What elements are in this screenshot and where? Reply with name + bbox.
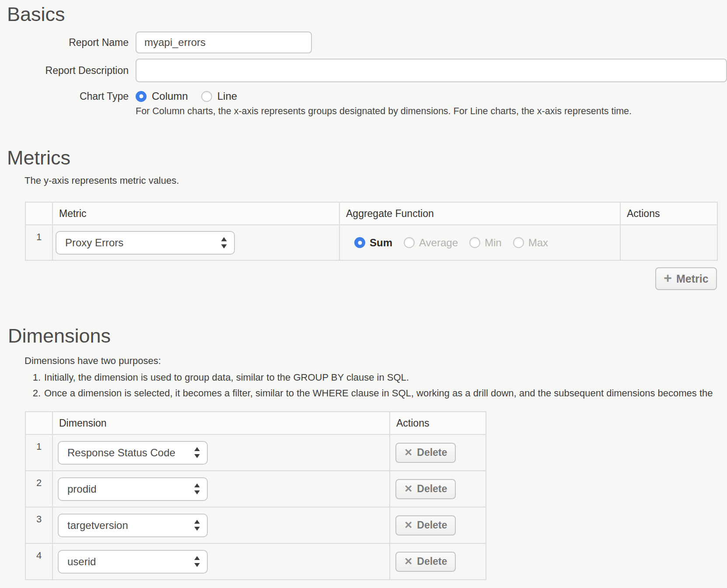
x-icon: ✕: [404, 519, 412, 531]
delete-dimension-button[interactable]: ✕ Delete: [395, 515, 456, 536]
metric-select[interactable]: Proxy Errors: [56, 231, 235, 255]
metrics-table-header-row: Metric Aggregate Function Actions: [25, 202, 717, 225]
dimension-select-value: userid: [67, 556, 96, 568]
delete-button-label: Delete: [417, 483, 447, 495]
dimension-select[interactable]: userid: [58, 550, 208, 574]
basics-heading: Basics: [7, 4, 727, 25]
radio-unchecked-icon[interactable]: [513, 237, 524, 248]
dimension-row: 1 Response Status Code ✕: [25, 434, 486, 471]
dimension-select-value: targetversion: [67, 519, 128, 532]
report-description-label: Report Description: [0, 65, 129, 77]
aggregate-option-min[interactable]: Min: [469, 237, 502, 249]
x-icon: ✕: [404, 483, 412, 495]
report-name-label: Report Name: [0, 37, 129, 49]
purpose-item-number: 2.: [27, 385, 41, 401]
dimensions-header-index: [25, 412, 52, 434]
add-metric-button[interactable]: + Metric: [655, 267, 717, 290]
metrics-header-actions: Actions: [620, 202, 717, 225]
purpose-item-text: Once a dimension is selected, it becomes…: [44, 385, 713, 401]
updown-arrows-icon: [194, 483, 200, 495]
report-description-row: Report Description: [0, 59, 727, 82]
dimension-row-index: 3: [25, 507, 52, 543]
radio-checked-icon[interactable]: [136, 91, 147, 102]
dimensions-header-dimension: Dimension: [52, 412, 390, 434]
metrics-header-aggregate: Aggregate Function: [339, 202, 620, 225]
dimension-select-value: Response Status Code: [67, 447, 175, 459]
radio-unchecked-icon[interactable]: [201, 91, 212, 102]
aggregate-option-sum[interactable]: Sum: [354, 237, 392, 249]
dimensions-description: Dimensions have two purposes:: [24, 355, 727, 367]
dimension-row-index: 2: [25, 471, 52, 507]
updown-arrows-icon: [194, 447, 200, 458]
dimension-select-value: prodid: [67, 483, 97, 495]
purpose-item-number: 1.: [27, 370, 41, 385]
updown-arrows-icon: [194, 519, 200, 531]
radio-unchecked-icon[interactable]: [469, 237, 480, 248]
aggregate-option-label: Sum: [370, 237, 392, 249]
chart-type-option-label: Line: [217, 90, 237, 102]
aggregate-option-label: Max: [528, 237, 548, 249]
radio-checked-icon[interactable]: [354, 237, 365, 248]
add-metric-button-label: Metric: [676, 273, 709, 285]
chart-type-help-text: For Column charts, the x-axis represents…: [136, 106, 632, 117]
chart-type-radio-group: Column Line: [136, 90, 250, 102]
dimension-row-index: 4: [25, 543, 52, 580]
aggregate-radio-group: Sum Average Min Max: [354, 237, 620, 249]
metrics-table-row: 1 Proxy Errors: [25, 225, 717, 260]
dimension-row-index: 1: [25, 434, 52, 471]
dimensions-table: Dimension Actions 1 Response Status Code: [25, 411, 486, 580]
updown-arrows-icon: [194, 556, 200, 567]
delete-button-label: Delete: [417, 519, 447, 531]
metrics-header-metric: Metric: [52, 202, 339, 225]
metric-select-value: Proxy Errors: [65, 237, 123, 249]
chart-type-label: Chart Type: [0, 91, 129, 102]
purpose-item-text: Initially, the dimension is used to grou…: [44, 370, 409, 385]
radio-unchecked-icon[interactable]: [404, 237, 415, 248]
report-name-input[interactable]: [136, 32, 312, 53]
purpose-item-1: 1. Initially, the dimension is used to g…: [27, 370, 727, 385]
dimension-purposes-list: 1. Initially, the dimension is used to g…: [27, 370, 727, 401]
x-icon: ✕: [404, 556, 412, 567]
chart-type-option-line[interactable]: Line: [201, 90, 237, 102]
metrics-table: Metric Aggregate Function Actions 1 Prox…: [25, 202, 718, 261]
report-name-row: Report Name: [0, 32, 727, 53]
add-metric-row: + Metric: [25, 267, 717, 290]
report-description-input[interactable]: [136, 59, 727, 82]
metric-row-index: 1: [25, 225, 52, 260]
dimension-select[interactable]: Response Status Code: [58, 441, 208, 465]
chart-type-row: Chart Type Column Line: [0, 88, 727, 105]
delete-button-label: Delete: [417, 556, 447, 567]
aggregate-option-label: Min: [485, 237, 502, 249]
aggregate-option-max[interactable]: Max: [513, 237, 548, 249]
dimension-row: 3 targetversion ✕: [25, 507, 486, 543]
purpose-item-2: 2. Once a dimension is selected, it beco…: [27, 385, 727, 401]
aggregate-option-average[interactable]: Average: [404, 237, 458, 249]
dimensions-header-actions: Actions: [390, 412, 486, 434]
chart-type-option-label: Column: [152, 90, 188, 102]
dimension-select[interactable]: prodid: [58, 477, 208, 501]
dimensions-table-header-row: Dimension Actions: [25, 412, 486, 434]
delete-dimension-button[interactable]: ✕ Delete: [395, 443, 456, 463]
metric-row-actions-cell: [620, 225, 717, 260]
dimension-row: 4 userid ✕ Del: [25, 543, 486, 580]
dimension-select[interactable]: targetversion: [58, 514, 208, 537]
delete-dimension-button[interactable]: ✕ Delete: [395, 479, 456, 499]
updown-arrows-icon: [220, 237, 227, 249]
report-builder-page: Basics Report Name Report Description Ch…: [0, 0, 727, 588]
plus-icon: +: [664, 270, 672, 286]
chart-type-option-column[interactable]: Column: [136, 90, 188, 102]
delete-button-label: Delete: [417, 447, 447, 458]
x-icon: ✕: [404, 447, 412, 458]
metrics-header-index: [25, 202, 52, 225]
delete-dimension-button[interactable]: ✕ Delete: [395, 552, 456, 572]
metrics-description: The y-axis represents metric values.: [24, 175, 727, 186]
aggregate-option-label: Average: [419, 237, 458, 249]
metrics-heading: Metrics: [7, 147, 727, 169]
dimensions-heading: Dimensions: [8, 325, 727, 347]
chart-type-help-row: For Column charts, the x-axis represents…: [0, 106, 727, 116]
dimension-row: 2 prodid ✕ Del: [25, 471, 486, 507]
